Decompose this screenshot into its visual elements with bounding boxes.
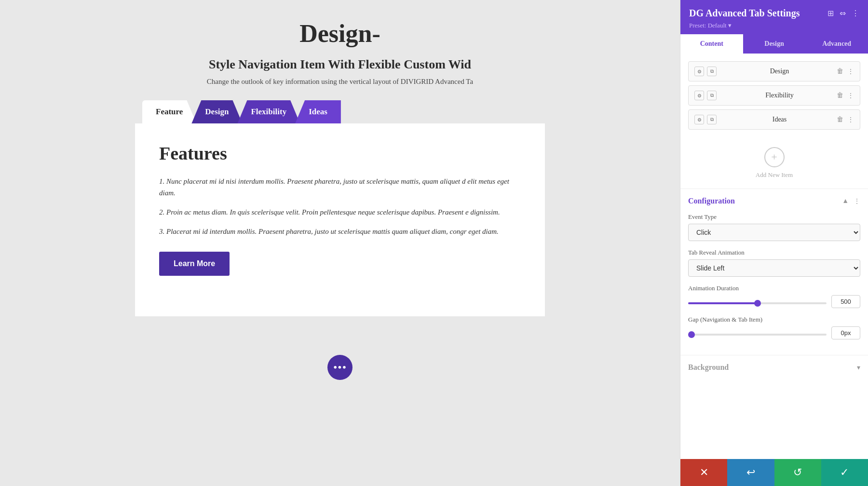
background-section: Background ▾ [680,355,868,379]
event-type-field: Event Type Click Hover [688,213,860,241]
tab-list-item-flexibility-icons: ⚙ ⧉ [694,91,717,100]
gap-field: Gap (Navigation & Tab Item) 0px [688,316,860,339]
panel-tab-content[interactable]: Content [680,34,743,54]
cancel-icon: ✕ [700,466,708,479]
gap-value-input[interactable]: 0px [831,326,860,339]
background-title: Background [688,363,729,372]
main-area: Design- Style Navigation Item With Flexi… [0,0,680,486]
bottom-toolbar: ✕ ↩ ↺ ✓ [680,459,868,486]
preset-label[interactable]: Preset: Default ▾ [689,22,732,29]
duplicate-icon-ideas[interactable]: ⧉ [707,115,717,124]
tab-ideas[interactable]: Ideas [295,100,341,123]
fab-button[interactable]: ••• [327,355,353,380]
list-item: 2. Proin ac metus diam. In quis sceleris… [159,206,521,218]
animation-select[interactable]: Slide Left Slide Right Fade None [688,259,860,277]
more-icon-ideas[interactable]: ⋮ [847,116,854,124]
tab-list-item-ideas: ⚙ ⧉ Ideas 🗑 ⋮ [688,109,860,130]
right-panel: DG Advanced Tab Settings ⊞ ⇔ ⋮ Preset: D… [680,0,868,486]
content-list: 1. Nunc placerat mi id nisi interdum mol… [159,176,521,237]
content-title: Features [159,143,521,164]
more-icon-design[interactable]: ⋮ [847,68,854,76]
config-more-icon[interactable]: ⋮ [854,197,860,205]
tab-list-actions-ideas: 🗑 ⋮ [837,116,854,124]
tab-navigation: Feature Design Flexibility Ideas [142,100,538,123]
duration-slider-container [688,297,827,306]
gap-slider-container [688,329,827,338]
animation-label: Tab Reveal Animation [688,249,860,256]
duration-slider-row: 500 [688,295,860,308]
event-type-select[interactable]: Click Hover [688,224,860,241]
redo-button[interactable]: ↺ [774,459,821,486]
gap-label: Gap (Navigation & Tab Item) [688,316,860,324]
settings-icon-design[interactable]: ⚙ [694,67,704,76]
gap-slider-row: 0px [688,326,860,339]
settings-icon-ideas[interactable]: ⚙ [694,115,704,124]
panel-body: ⚙ ⧉ Design 🗑 ⋮ ⚙ ⧉ Flexibility 🗑 ⋮ [680,54,868,459]
page-title: Design- [299,19,380,48]
add-new-label: Add New Item [756,171,793,179]
more-icon[interactable]: ⋮ [852,9,859,18]
tab-feature[interactable]: Feature [142,100,196,123]
page-subtitle: Style Navigation Item With Flexible Cust… [209,57,471,72]
panel-header-icons: ⊞ ⇔ ⋮ [827,9,859,18]
event-type-label: Event Type [688,213,860,221]
undo-icon: ↩ [746,466,755,479]
settings-icon[interactable]: ⊞ [827,9,834,18]
undo-button[interactable]: ↩ [727,459,774,486]
cancel-button[interactable]: ✕ [680,459,727,486]
delete-icon-flexibility[interactable]: 🗑 [837,92,843,99]
tab-content-area: Features 1. Nunc placerat mi id nisi int… [135,123,545,316]
fab-dots-icon: ••• [333,361,347,374]
list-item: 3. Placerat mi id interdum mollis. Praes… [159,226,521,237]
add-new-circle-icon: + [764,147,785,167]
panel-tab-design[interactable]: Design [743,34,806,54]
expand-icon[interactable]: ⇔ [840,9,846,18]
tab-list-label-ideas: Ideas [722,116,837,123]
configuration-section: Configuration ▲ ⋮ Event Type Click Hover… [680,189,868,355]
tab-flexibility[interactable]: Flexibility [237,100,300,123]
duplicate-icon-flexibility[interactable]: ⧉ [707,91,717,100]
duration-field: Animation Duration 500 [688,284,860,308]
redo-icon: ↺ [793,466,802,479]
panel-header: DG Advanced Tab Settings ⊞ ⇔ ⋮ Preset: D… [680,0,868,34]
tab-list-item-design-icons: ⚙ ⧉ [694,67,717,76]
background-chevron-icon: ▾ [857,364,860,372]
learn-more-button[interactable]: Learn More [159,252,230,276]
panel-tab-advanced[interactable]: Advanced [805,34,868,54]
background-header[interactable]: Background ▾ [688,363,860,372]
configuration-header-icons: ▲ ⋮ [842,197,860,205]
duration-slider[interactable] [688,302,827,304]
tab-list-item-ideas-icons: ⚙ ⧉ [694,115,717,124]
confirm-button[interactable]: ✓ [821,459,868,486]
tab-list-item-flexibility: ⚙ ⧉ Flexibility 🗑 ⋮ [688,85,860,106]
duration-value-input[interactable]: 500 [831,295,860,308]
panel-header-top: DG Advanced Tab Settings ⊞ ⇔ ⋮ [689,8,859,19]
tab-list-item-design: ⚙ ⧉ Design 🗑 ⋮ [688,61,860,81]
tab-list-label-flexibility: Flexibility [722,92,837,99]
page-description: Change the outlook of key information us… [207,78,473,86]
duration-label: Animation Duration [688,284,860,292]
tab-items-list: ⚙ ⧉ Design 🗑 ⋮ ⚙ ⧉ Flexibility 🗑 ⋮ [680,54,868,137]
panel-title: DG Advanced Tab Settings [689,8,800,19]
delete-icon-ideas[interactable]: 🗑 [837,116,843,123]
tab-list-actions-flexibility: 🗑 ⋮ [837,92,854,100]
tab-list-label-design: Design [722,68,837,75]
duplicate-icon-design[interactable]: ⧉ [707,67,717,76]
tab-design[interactable]: Design [191,100,242,123]
configuration-title: Configuration [688,197,735,205]
animation-field: Tab Reveal Animation Slide Left Slide Ri… [688,249,860,277]
gap-slider[interactable] [688,334,827,336]
add-new-item-button[interactable]: + Add New Item [680,137,868,189]
collapse-icon[interactable]: ▲ [842,197,849,205]
tab-list-actions-design: 🗑 ⋮ [837,68,854,76]
list-item: 1. Nunc placerat mi id nisi interdum mol… [159,176,521,199]
delete-icon-design[interactable]: 🗑 [837,68,843,75]
settings-icon-flexibility[interactable]: ⚙ [694,91,704,100]
more-icon-flexibility[interactable]: ⋮ [847,92,854,100]
configuration-header: Configuration ▲ ⋮ [688,197,860,205]
panel-tabs: Content Design Advanced [680,34,868,54]
confirm-icon: ✓ [840,466,849,479]
